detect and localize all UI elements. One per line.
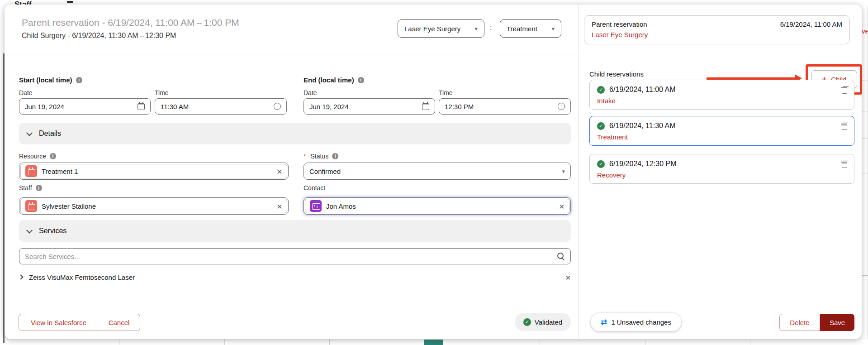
status-label: * Status i xyxy=(304,153,338,160)
caret-down-icon: ▾ xyxy=(562,168,565,175)
child-card-type: Recovery xyxy=(597,171,847,179)
child-reservation-card-recovery[interactable]: ✓ 6/19/2024, 12:30 PM Recovery xyxy=(589,154,854,184)
background-grid-line xyxy=(540,339,540,345)
trash-icon[interactable] xyxy=(841,161,847,167)
calendar-icon[interactable] xyxy=(138,103,145,110)
child-reservation-subtitle: Child Surgery - 6/19/2024, 11:30 AM – 12… xyxy=(22,32,176,40)
clock-icon[interactable] xyxy=(274,103,281,110)
trash-icon[interactable] xyxy=(841,123,847,129)
search-services-field xyxy=(19,248,571,264)
end-time-input[interactable]: 12:30 PM xyxy=(439,98,571,115)
background-grid-line xyxy=(119,339,119,345)
status-select[interactable]: Confirmed ▾ xyxy=(304,163,571,180)
background-grid-line xyxy=(861,173,868,173)
reservation-type-select[interactable]: Laser Eye Surgery ▾ xyxy=(398,19,484,38)
resource-lookup-field[interactable]: Treatment 1 × xyxy=(19,163,289,180)
staff-pill: Sylvester Stallone × xyxy=(20,199,287,213)
child-reservations-label: Child reservations xyxy=(589,70,644,78)
resource-label: Resource i xyxy=(19,153,56,160)
calendar-icon[interactable] xyxy=(422,103,429,110)
reservation-subtype-value: Treatment xyxy=(507,25,537,33)
select-separator: : xyxy=(490,24,492,32)
clear-icon[interactable]: × xyxy=(559,201,564,211)
contact-pill: Jon Amos × xyxy=(305,199,569,213)
service-item-label: Zeiss VisuMax Femtosecond Laser xyxy=(29,273,559,281)
remove-service-icon[interactable]: × xyxy=(565,273,571,282)
reservation-modal: Parent reservation - 6/19/2024, 11:00 AM… xyxy=(5,5,862,339)
start-time-label: Time xyxy=(155,89,169,96)
sync-icon: ⇄ xyxy=(601,317,607,327)
background-grid-line xyxy=(861,139,868,139)
child-card-type: Intake xyxy=(597,97,847,105)
parent-card-title: Parent reservation xyxy=(592,20,647,28)
check-icon: ✓ xyxy=(523,318,531,326)
column-divider xyxy=(578,5,579,339)
background-grid-line xyxy=(861,81,868,81)
background-calendar-event-cell xyxy=(424,340,443,345)
save-button[interactable]: Save xyxy=(820,314,854,331)
search-services-input[interactable] xyxy=(25,253,557,260)
child-reservation-card-treatment[interactable]: ✓ 6/19/2024, 11:30 AM Treatment xyxy=(589,116,854,146)
resource-pill: Treatment 1 × xyxy=(20,164,287,178)
start-date-label: Date xyxy=(19,89,33,96)
end-date-input[interactable]: Jun 19, 2024 xyxy=(304,98,435,115)
cancel-button[interactable]: Cancel xyxy=(98,314,140,331)
clear-icon[interactable]: × xyxy=(277,201,282,211)
info-icon: i xyxy=(50,153,56,159)
search-icon[interactable] xyxy=(557,252,565,260)
unsaved-changes-badge: ⇄ 1 Unsaved changes xyxy=(591,313,681,331)
child-card-type: Treatment xyxy=(597,133,847,141)
end-local-time-label: End (local time) i xyxy=(304,76,364,84)
view-in-salesforce-button[interactable]: View in Salesforce xyxy=(19,314,99,331)
contact-lookup-field[interactable]: Jon Amos × xyxy=(304,197,571,215)
check-icon: ✓ xyxy=(597,122,605,130)
background-grid-line xyxy=(861,275,868,276)
parent-reservation-title: Parent reservation - 6/19/2024, 11:00 AM… xyxy=(22,17,239,28)
clock-icon[interactable] xyxy=(558,103,565,110)
validated-badge: ✓ Validated xyxy=(515,313,571,331)
chevron-down-icon xyxy=(26,130,33,136)
resource-icon xyxy=(25,165,37,177)
staff-label: Staff i xyxy=(19,184,42,192)
contact-label: Contact xyxy=(304,184,325,192)
required-marker: * xyxy=(304,153,306,160)
info-icon: i xyxy=(76,77,82,83)
info-icon: i xyxy=(332,153,338,159)
reservation-type-value: Laser Eye Surgery xyxy=(404,25,460,33)
start-time-input[interactable]: 11:30 AM xyxy=(155,98,287,115)
child-card-datetime: 6/19/2024, 11:30 AM xyxy=(609,122,675,130)
screenshot-root: Staff ve Parent reservation - 6/19/2024,… xyxy=(0,0,868,345)
caret-down-icon: ▾ xyxy=(474,25,478,32)
child-card-datetime: 6/19/2024, 11:00 AM xyxy=(609,86,675,94)
staff-lookup-field[interactable]: Sylvester Stallone × xyxy=(19,197,289,215)
start-date-input[interactable]: Jun 19, 2024 xyxy=(19,98,151,115)
info-icon: i xyxy=(36,185,42,191)
check-icon: ✓ xyxy=(597,86,605,94)
background-fragment xyxy=(67,1,73,3)
staff-resource-icon xyxy=(25,200,37,212)
clear-icon[interactable]: × xyxy=(277,167,282,176)
background-scrollbar-line xyxy=(867,6,868,339)
trash-icon[interactable] xyxy=(841,86,847,93)
services-section-header[interactable]: Services xyxy=(19,220,571,242)
background-scrollbar-line xyxy=(865,6,865,339)
background-grid-line xyxy=(861,111,868,111)
start-local-time-label: Start (local time) i xyxy=(19,76,82,84)
header-divider xyxy=(5,54,579,54)
parent-card-type: Laser Eye Surgery xyxy=(592,31,842,38)
service-item-row[interactable]: Zeiss VisuMax Femtosecond Laser × xyxy=(19,271,571,283)
child-reservation-card-intake[interactable]: ✓ 6/19/2024, 11:00 AM Intake xyxy=(589,80,854,110)
info-icon: i xyxy=(358,77,364,83)
details-section-header[interactable]: Details xyxy=(19,123,571,144)
contact-icon xyxy=(310,200,322,212)
reservation-subtype-select[interactable]: Treatment ▾ xyxy=(500,19,561,38)
background-grid-line xyxy=(224,339,225,345)
check-icon: ✓ xyxy=(597,160,605,168)
parent-card-datetime: 6/19/2024, 11:00 AM xyxy=(780,20,842,28)
caret-down-icon: ▾ xyxy=(551,25,555,32)
delete-button[interactable]: Delete xyxy=(779,314,820,331)
background-grid-line xyxy=(329,339,330,345)
end-date-label: Date xyxy=(304,89,317,96)
parent-reservation-card[interactable]: Parent reservation 6/19/2024, 11:00 AM L… xyxy=(584,15,850,44)
chevron-right-icon[interactable] xyxy=(18,274,23,279)
